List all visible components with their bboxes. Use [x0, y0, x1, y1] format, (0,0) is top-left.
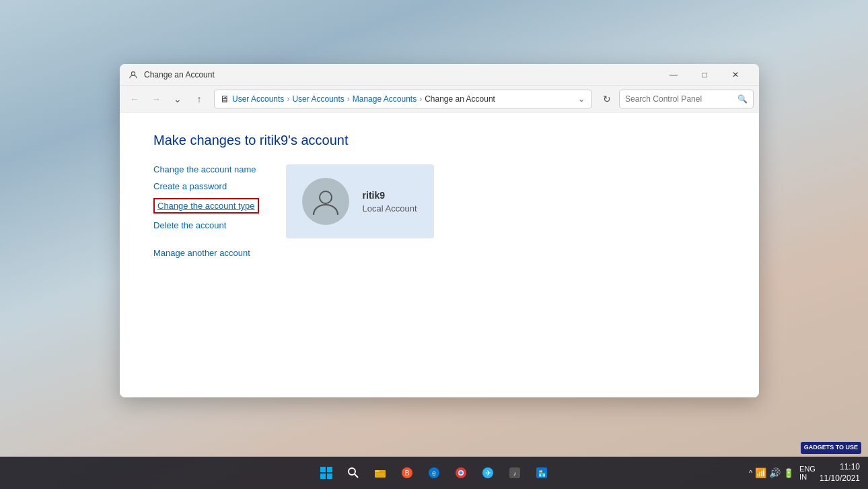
account-name: ritik9	[363, 190, 417, 201]
svg-text:e: e	[432, 469, 436, 477]
svg-point-1	[320, 191, 332, 203]
svg-point-0	[131, 71, 135, 75]
start-button[interactable]	[314, 461, 338, 485]
change-name-link[interactable]: Change the account name	[153, 164, 259, 174]
search-input[interactable]	[625, 94, 735, 104]
region-indicator: IN	[799, 473, 807, 481]
window-controls: — □ ✕	[658, 64, 751, 86]
avatar	[302, 178, 349, 225]
up-button[interactable]: ↑	[190, 90, 209, 108]
volume-icon[interactable]: 🔊	[769, 467, 781, 478]
search-taskbar-button[interactable]	[341, 461, 365, 485]
svg-point-16	[460, 471, 463, 475]
desktop: Change an Account — □ ✕ ← → ⌄ ↑ 🖥 User A…	[0, 0, 868, 489]
svg-text:🏪: 🏪	[538, 469, 546, 478]
refresh-button[interactable]: ↻	[598, 90, 616, 108]
create-password-link[interactable]: Create a password	[153, 181, 259, 191]
back-button[interactable]: ←	[125, 90, 144, 108]
account-type: Local Account	[363, 203, 417, 214]
account-card: ritik9 Local Account	[286, 164, 434, 238]
taskbar-right: ^ 📶 🔊 🔋 ENG IN 11:10 11/10/2021	[749, 461, 860, 484]
delete-account-link[interactable]: Delete the account	[153, 220, 259, 230]
address-dropdown-button[interactable]: ⌄	[577, 94, 586, 104]
language-indicator: ENG	[799, 465, 816, 473]
wifi-icon[interactable]: 📶	[755, 467, 766, 478]
close-button[interactable]: ✕	[720, 64, 751, 86]
system-clock[interactable]: ENG IN 11:10 11/10/2021	[799, 461, 860, 484]
minimize-button[interactable]: —	[658, 64, 689, 86]
account-info: ritik9 Local Account	[363, 190, 417, 214]
svg-point-6	[349, 468, 355, 475]
svg-rect-3	[327, 467, 332, 472]
address-user-accounts-2[interactable]: User Accounts	[292, 94, 344, 104]
search-icon: 🔍	[737, 94, 748, 104]
search-bar[interactable]: 🔍	[619, 90, 754, 108]
edge-browser-button[interactable]: e	[422, 461, 446, 485]
file-explorer-button[interactable]	[368, 461, 392, 485]
maximize-button[interactable]: □	[689, 64, 720, 86]
content-body: Change the account name Create a passwor…	[153, 164, 725, 258]
brave-browser-button[interactable]: B	[395, 461, 419, 485]
address-manage-accounts[interactable]: Manage Accounts	[353, 94, 417, 104]
svg-rect-4	[320, 474, 326, 479]
chrome-button[interactable]	[449, 461, 473, 485]
address-bar[interactable]: 🖥 User Accounts › User Accounts › Manage…	[214, 90, 592, 108]
links-panel: Change the account name Create a passwor…	[153, 164, 259, 258]
window-icon	[128, 69, 139, 80]
svg-rect-5	[327, 474, 332, 479]
control-panel-window: Change an Account — □ ✕ ← → ⌄ ↑ 🖥 User A…	[120, 64, 759, 397]
address-user-accounts-1[interactable]: User Accounts	[232, 94, 284, 104]
svg-rect-2	[320, 467, 326, 472]
svg-text:♪: ♪	[513, 470, 517, 477]
battery-icon[interactable]: 🔋	[783, 468, 794, 478]
change-type-link[interactable]: Change the account type	[153, 198, 259, 214]
watermark: GADGETS TO USE	[801, 442, 861, 454]
address-current: Change an Account	[425, 94, 495, 104]
svg-text:B: B	[405, 469, 410, 477]
clock: 11:10 11/10/2021	[820, 461, 860, 484]
taskbar-center: B e ✈	[314, 461, 554, 485]
window-title: Change an Account	[144, 70, 653, 79]
svg-line-7	[355, 474, 358, 478]
telegram-button[interactable]: ✈	[476, 461, 500, 485]
recent-locations-button[interactable]: ⌄	[168, 90, 187, 108]
address-root-icon: 🖥	[220, 94, 229, 104]
titlebar: Change an Account — □ ✕	[120, 64, 759, 86]
system-tray-icons: ^ 📶 🔊 🔋	[749, 467, 794, 478]
manage-another-account-link[interactable]: Manage another account	[153, 248, 259, 258]
store-button[interactable]: 🏪	[530, 461, 554, 485]
forward-button[interactable]: →	[147, 90, 166, 108]
audio-icon[interactable]: ♪	[503, 461, 527, 485]
address-parts: User Accounts › User Accounts › Manage A…	[232, 94, 574, 104]
svg-text:✈: ✈	[485, 469, 491, 477]
taskbar: B e ✈	[0, 457, 868, 489]
chevron-up-icon[interactable]: ^	[749, 469, 752, 477]
navigation-bar: ← → ⌄ ↑ 🖥 User Accounts › User Accounts …	[120, 86, 759, 112]
svg-rect-9	[375, 470, 379, 472]
date-display: 11/10/2021	[820, 474, 860, 483]
time-display: 11:10	[820, 461, 860, 473]
page-title: Make changes to ritik9's account	[153, 133, 725, 148]
content-area: Make changes to ritik9's account Change …	[120, 112, 759, 397]
